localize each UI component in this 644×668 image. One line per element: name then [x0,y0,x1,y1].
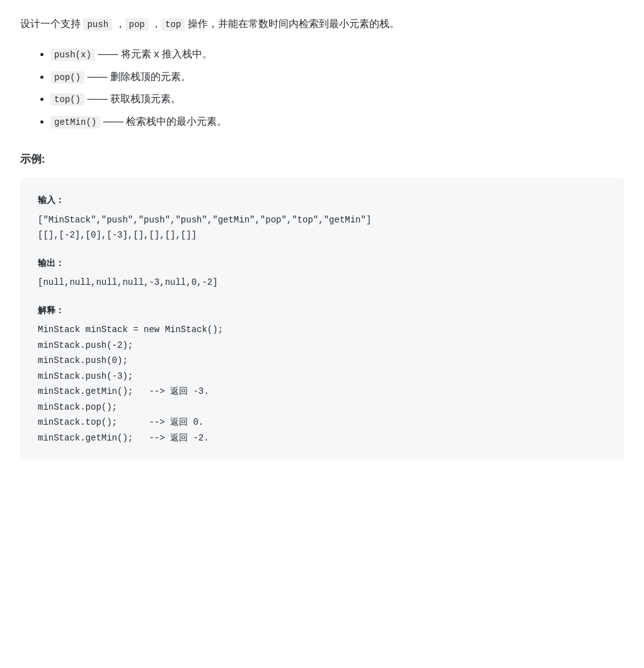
intro-comma1: ， [112,18,125,29]
explain-section: 解释： MinStack minStack = new MinStack();m… [38,303,606,446]
operation-desc-3: —— 检索栈中的最小元素。 [100,116,227,127]
explain-line-0: MinStack minStack = new MinStack(); [38,322,606,338]
list-item: push(x) —— 将元素 x 推入栈中。 [50,45,624,63]
output-line1: [null,null,null,null,-3,null,0,-2] [38,275,606,291]
operation-code-1: pop() [50,71,84,84]
input-label: 输入： [38,193,606,209]
operation-code-2: top() [50,93,84,106]
operations-list: push(x) —— 将元素 x 推入栈中。pop() —— 删除栈顶的元素。t… [20,45,624,130]
input-line1: ["MinStack","push","push","push","getMin… [38,212,606,228]
example-section-title: 示例: [20,151,624,168]
explain-line-2: minStack.push(0); [38,353,606,369]
operation-code-3: getMin() [50,116,100,129]
example-box: 输入： ["MinStack","push","push","push","ge… [20,178,624,461]
explain-label: 解释： [38,303,606,319]
push-code: push [83,18,112,31]
operation-desc-0: —— 将元素 x 推入栈中。 [95,49,212,59]
operation-desc-1: —— 删除栈顶的元素。 [84,71,191,82]
list-item: top() —— 获取栈顶元素。 [50,90,624,108]
operation-code-0: push(x) [50,49,95,61]
input-section: 输入： ["MinStack","push","push","push","ge… [38,193,606,243]
output-label: 输出： [38,256,606,272]
explain-line-7: minStack.getMin(); --> 返回 -2. [38,430,606,446]
operation-desc-2: —— 获取栈顶元素。 [84,93,181,104]
explain-line-3: minStack.push(-3); [38,369,606,384]
intro-text-after: 操作，并能在常数时间内检索到最小元素的栈。 [185,18,399,29]
pop-code: pop [125,18,149,31]
intro-comma2: ， [149,18,161,29]
input-line2: [[],[-2],[0],[-3],[],[],[],[]] [38,227,606,243]
intro-text-before: 设计一个支持 [20,18,83,29]
explain-line-1: minStack.push(-2); [38,338,606,354]
explain-lines-container: MinStack minStack = new MinStack();minSt… [38,322,606,446]
explain-line-4: minStack.getMin(); --> 返回 -3. [38,384,606,400]
list-item: getMin() —— 检索栈中的最小元素。 [50,113,624,130]
intro-paragraph: 设计一个支持 push ，pop ，top 操作，并能在常数时间内检索到最小元素… [20,15,624,33]
top-code: top [161,18,185,31]
explain-line-6: minStack.top(); --> 返回 0. [38,415,606,430]
output-section: 输出： [null,null,null,null,-3,null,0,-2] [38,256,606,291]
explain-line-5: minStack.pop(); [38,400,606,415]
list-item: pop() —— 删除栈顶的元素。 [50,68,624,86]
